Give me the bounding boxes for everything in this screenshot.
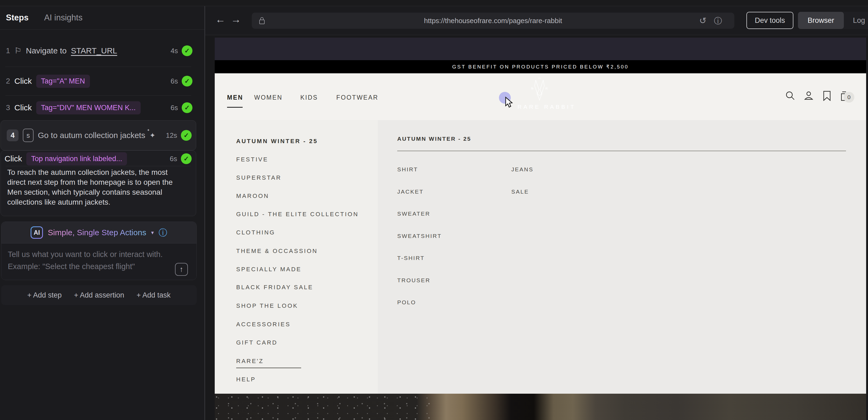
ai-badge-icon: AI [31, 227, 43, 239]
rare-rabbit-logo[interactable]: R R [527, 78, 552, 102]
submenu-item-trouser[interactable]: TROUSER [397, 277, 431, 283]
success-check-icon: ✓ [182, 46, 192, 56]
add-assertion-button[interactable]: + Add assertion [74, 291, 124, 299]
menu-item-shop-the-look[interactable]: SHOP THE LOOK [236, 302, 298, 309]
step-row-3[interactable]: 3 Click Tag="DIV" MEN WOMEN K... 6s ✓ [0, 96, 197, 120]
add-actions-bar: + Add step + Add assertion + Add task [1, 285, 197, 305]
app-top-strip [0, 0, 868, 6]
selector-tag[interactable]: Tag="A" MEN [36, 74, 90, 88]
submenu-item-shirt[interactable]: SHIRT [397, 166, 418, 173]
url-text[interactable]: https://thehouseofrare.com/pages/rare-ra… [252, 17, 734, 25]
selector-tag[interactable]: Tag="DIV" MEN WOMEN K... [36, 101, 141, 114]
submenu-item-sweater[interactable]: SWEATER [397, 211, 430, 217]
submenu-item-jacket[interactable]: JACKET [397, 188, 424, 195]
menu-item-rarez[interactable]: RARE'Z [236, 358, 264, 365]
menu-item-black-friday-sale[interactable]: BLACK FRIDAY SALE [236, 284, 313, 291]
ai-mode-title: Simple, Single Step Actions [48, 228, 146, 237]
steps-sidebar: Steps AI insights 1 ⚐ Navigate to START_… [0, 0, 205, 420]
search-icon[interactable] [785, 91, 795, 100]
nav-item-women[interactable]: WOMEN [254, 94, 283, 101]
step-duration: 6s [171, 77, 178, 85]
menu-item-superstar[interactable]: SUPERSTAR [236, 174, 282, 181]
step-duration: 12s [166, 131, 177, 140]
step-note: To reach the autumn collection jackets, … [7, 167, 184, 207]
divider [6, 166, 191, 166]
submit-prompt-button[interactable]: ↑ [175, 263, 188, 276]
menu-item-festive[interactable]: FESTIVE [236, 156, 269, 163]
menu-item-theme-occassion[interactable]: THEME & OCCASSION [236, 248, 318, 254]
success-check-icon: ✓ [181, 153, 192, 164]
info-icon[interactable]: ⓘ [159, 228, 167, 237]
lock-icon [259, 17, 265, 25]
tab-steps[interactable]: Steps [6, 13, 28, 23]
step-number: 1 [6, 47, 10, 55]
step-duration: 6s [171, 104, 178, 112]
account-icon[interactable] [804, 91, 814, 101]
submenu-item-sale[interactable]: SALE [511, 188, 529, 195]
step-row-2[interactable]: 2 Click Tag="A" MEN 6s ✓ [0, 67, 197, 95]
wishlist-bookmark-icon[interactable] [823, 91, 831, 101]
step-label: Go to autum collection jackets [38, 131, 145, 140]
step-action: Navigate to [26, 46, 67, 55]
url-bar[interactable]: https://thehouseofrare.com/pages/rare-ra… [252, 12, 734, 29]
page-info-icon[interactable]: ⓘ [714, 16, 722, 26]
nav-active-underline [227, 107, 243, 108]
step-duration: 6s [170, 155, 177, 163]
ai-prompt-area: Tell us what you want to click or intera… [1, 244, 196, 280]
forward-button[interactable]: → [231, 14, 241, 24]
rare-rabbit-logo-text[interactable]: RARE RABBIT [518, 104, 576, 110]
menu-item-autumn-winter[interactable]: AUTUMN WINTER - 25 [236, 138, 318, 145]
hero-photo [215, 394, 866, 420]
announcement-banner: GST BENEFIT ON PRODUCTS PRICED BELOW ₹2,… [215, 60, 866, 73]
cart-count-badge: 0 [844, 92, 854, 102]
devtools-button[interactable]: Dev tools [746, 12, 794, 29]
step-number: 3 [6, 103, 10, 112]
chevron-down-icon[interactable]: ▾ [151, 229, 154, 236]
reload-icon[interactable]: ↺ [699, 16, 706, 26]
view-tab-browser[interactable]: Browser [798, 12, 844, 29]
sidebar-tabs: Steps AI insights [0, 6, 205, 30]
svg-text:R: R [546, 87, 548, 90]
svg-text:R: R [531, 87, 533, 90]
back-button[interactable]: ← [215, 14, 225, 24]
step-row-1[interactable]: 1 ⚐ Navigate to START_URL 4s ✓ [0, 35, 197, 67]
success-check-icon: ✓ [182, 76, 192, 87]
menu-item-gift-card[interactable]: GIFT CARD [236, 339, 278, 346]
menu-item-rarez-underline [236, 368, 301, 368]
browser-toolbar: ← → https://thehouseofrare.com/pages/rar… [205, 6, 868, 35]
ai-action-panel: AI Simple, Single Step Actions ▾ ⓘ Tell … [1, 221, 197, 280]
view-tab-log[interactable]: Log [844, 17, 868, 25]
menu-item-help[interactable]: HELP [236, 376, 256, 383]
tab-ai-insights[interactable]: AI insights [44, 13, 83, 23]
step-number: 2 [6, 77, 10, 85]
step-action: Click [14, 77, 32, 86]
step-row-4[interactable]: 4 s Go to autum collection jackets ✦✦ 12… [1, 121, 196, 150]
submenu-item-jeans[interactable]: JEANS [511, 166, 534, 173]
ai-prompt-input[interactable]: Tell us what you want to click or intera… [8, 248, 163, 273]
add-task-button[interactable]: + Add task [136, 291, 171, 299]
sparkle-icon: ✦✦ [150, 131, 155, 140]
menu-item-clothing[interactable]: CLOTHING [236, 229, 275, 236]
submenu-rule [397, 151, 846, 151]
menu-item-accessories[interactable]: ACCESSORIES [236, 321, 291, 328]
menu-item-guild[interactable]: GUILD - THE ELITE COLLECTION [236, 211, 359, 218]
nav-item-kids[interactable]: KIDS [300, 94, 318, 101]
step-target-link[interactable]: START_URL [71, 46, 117, 55]
nav-item-footwear[interactable]: FOOTWEAR [336, 94, 378, 101]
ai-mode-selector[interactable]: AI Simple, Single Step Actions ▾ ⓘ [1, 222, 196, 244]
success-check-icon: ✓ [181, 130, 192, 141]
add-step-button[interactable]: + Add step [27, 291, 61, 299]
substep-row-click[interactable]: Click Top navigation link labeled... 6s … [1, 152, 196, 166]
step-duration: 4s [171, 47, 178, 55]
submenu-item-tshirt[interactable]: T-SHIRT [397, 255, 425, 261]
nav-item-men[interactable]: MEN [227, 94, 243, 101]
submenu-item-sweatshirt[interactable]: SWEATSHIRT [397, 233, 442, 239]
selector-tag[interactable]: Top navigation link labeled... [26, 152, 127, 166]
step-action: Click [14, 103, 32, 112]
mouse-cursor-icon [504, 96, 516, 109]
menu-item-maroon[interactable]: MAROON [236, 192, 269, 200]
submenu-item-polo[interactable]: POLO [397, 299, 416, 306]
menu-item-specially-made[interactable]: SPECIALLY MADE [236, 266, 302, 273]
browser-viewport: GST BENEFIT ON PRODUCTS PRICED BELOW ₹2,… [215, 38, 866, 420]
step-group-box[interactable]: 4 s Go to autum collection jackets ✦✦ 12… [1, 120, 196, 150]
